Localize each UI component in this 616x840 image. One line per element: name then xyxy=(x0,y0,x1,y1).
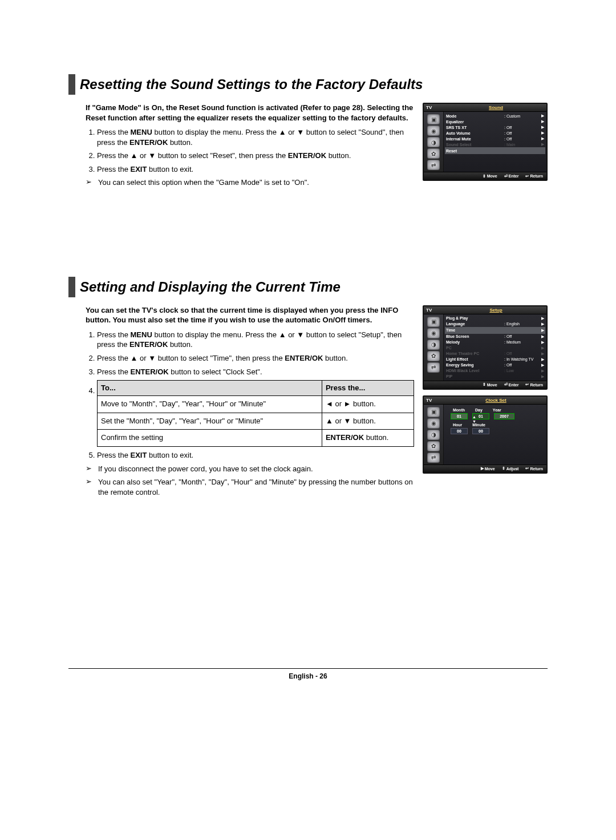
up-down-indicator: ▲▼ xyxy=(472,415,476,424)
heading-row: Resetting the Sound Settings to the Fact… xyxy=(68,74,548,95)
channel-icon: ◑ xyxy=(427,430,440,440)
osd-icon-column: ▣ ◉ ◑ ✿ ⇄ xyxy=(424,405,444,465)
step: Press the ENTER/OK button to select "Clo… xyxy=(97,367,414,377)
note-icon: ➢ xyxy=(86,477,98,486)
channel-icon: ◑ xyxy=(427,340,440,350)
note-icon: ➢ xyxy=(86,464,98,472)
page-footer: English - 26 xyxy=(68,668,548,680)
section-reset-sound: Resetting the Sound Settings to the Fact… xyxy=(68,74,548,191)
input-icon: ⇄ xyxy=(427,160,440,170)
osd-item-selected[interactable]: Reset xyxy=(445,147,545,154)
osd-title: Setup xyxy=(445,308,546,313)
setup-icon: ✿ xyxy=(427,148,440,159)
table-header: Press the... xyxy=(322,381,414,396)
osd-footer: ⇕ Move ⏎ Enter ↩ Return xyxy=(424,381,546,389)
section-title: Resetting the Sound Settings to the Fact… xyxy=(80,74,423,95)
osd-item-selected[interactable]: Time▶ xyxy=(445,327,545,334)
step4-table: To... Press the... Move to "Month", "Day… xyxy=(97,380,414,447)
osd-item[interactable]: Mode: Custom▶ xyxy=(446,113,544,119)
heading-bar xyxy=(68,74,75,95)
osd-item-disabled: PC▶ xyxy=(446,345,544,351)
setup-icon: ✿ xyxy=(427,441,440,451)
osd-tv-label: TV xyxy=(424,105,445,110)
picture-icon: ▣ xyxy=(427,114,440,124)
step: Press the EXIT button to exit. xyxy=(97,450,414,461)
sound-icon: ◉ xyxy=(427,126,440,136)
osd-item[interactable]: Energy Saving: Off▶ xyxy=(446,362,544,368)
hint-enter: ⏎ Enter xyxy=(504,382,519,387)
osd-item[interactable]: Language: English▶ xyxy=(446,321,544,327)
step: Press the EXIT button to exit. xyxy=(97,164,414,175)
section-set-time: Setting and Displaying the Current Time … xyxy=(68,277,548,501)
page: Resetting the Sound Settings to the Fact… xyxy=(0,0,616,840)
osd-sound-menu: TV Sound ▣ ◉ ◑ ✿ ⇄ Mode: Custom▶ Equaliz… xyxy=(423,103,548,181)
step: Press the MENU button to display the men… xyxy=(97,127,414,147)
value-hour[interactable]: 00 xyxy=(451,428,468,434)
hint-enter: ⏎ Enter xyxy=(504,174,519,179)
label-day: Day xyxy=(475,408,483,412)
picture-icon: ▣ xyxy=(427,407,440,417)
note: ➢ You can also set "Year", "Month", "Day… xyxy=(86,477,414,497)
step: Press the ▲ or ▼ button to select "Time"… xyxy=(97,353,414,364)
section1-intro: If "Game Mode" is On, the Reset Sound fu… xyxy=(86,103,414,123)
osd-item[interactable]: Equalizer▶ xyxy=(446,119,544,124)
hint-return: ↩ Return xyxy=(525,466,543,471)
note: ➢ You can select this option when the "G… xyxy=(86,177,414,188)
step: To... Press the... Move to "Month", "Day… xyxy=(97,380,414,447)
table-row: Set the "Month", "Day", "Year", "Hour" o… xyxy=(98,413,414,430)
setup-icon: ✿ xyxy=(427,351,440,361)
label-hour: Hour xyxy=(453,423,462,427)
osd-item[interactable]: Auto Volume: Off▶ xyxy=(446,130,544,136)
osd-item-disabled: Home Theatre PC: Off▶ xyxy=(446,351,544,357)
hint-return: ↩ Return xyxy=(525,174,543,179)
value-month[interactable]: 01 xyxy=(451,413,468,419)
hint-move: ▶ Move xyxy=(481,466,495,471)
osd-setup-menu: TV Setup ▣ ◉ ◑ ✿ ⇄ Plug & Play▶ xyxy=(423,305,548,390)
osd-item[interactable]: SRS TS XT: Off▶ xyxy=(446,124,544,130)
osd-tv-label: TV xyxy=(424,308,445,313)
osd-item[interactable]: Plug & Play▶ xyxy=(446,316,544,321)
osd-title: Clock Set xyxy=(445,398,546,403)
table-header: To... xyxy=(98,381,322,396)
heading-row: Setting and Displaying the Current Time xyxy=(68,277,548,297)
osd-item[interactable]: Internal Mute: Off▶ xyxy=(446,136,544,142)
osd-clock-set: TV Clock Set ▣ ◉ ◑ ✿ ⇄ Mon xyxy=(423,395,548,474)
value-year[interactable]: 2007 xyxy=(494,413,514,419)
step: Press the MENU button to display the men… xyxy=(97,330,414,350)
note-icon: ➢ xyxy=(86,177,98,186)
value-minute[interactable]: 00 xyxy=(472,428,489,434)
label-year: Year xyxy=(493,408,501,412)
table-row: Move to "Month", "Day", "Year", "Hour" o… xyxy=(98,395,414,413)
hint-move: ⇕ Move xyxy=(483,382,497,387)
osd-item[interactable]: Melody: Medium▶ xyxy=(446,340,544,345)
osd-footer: ⇕ Move ⏎ Enter ↩ Return xyxy=(424,172,546,180)
osd-item-list: Plug & Play▶ Language: English▶ Time▶ Bl… xyxy=(444,314,546,381)
section-title: Setting and Displaying the Current Time xyxy=(80,277,341,297)
sound-icon: ◉ xyxy=(427,328,440,338)
label-month: Month xyxy=(453,408,465,412)
osd-item[interactable]: Blue Screen: Off▶ xyxy=(446,334,544,340)
input-icon: ⇄ xyxy=(427,362,440,373)
section2-intro: You can set the TV's clock so that the c… xyxy=(86,305,414,325)
picture-icon: ▣ xyxy=(427,317,440,327)
osd-icon-column: ▣ ◉ ◑ ✿ ⇄ xyxy=(424,112,444,172)
osd-title: Sound xyxy=(445,105,546,110)
osd-item-disabled: PIP▶ xyxy=(446,374,544,379)
osd-item[interactable]: Light Effect: In Watching TV▶ xyxy=(446,357,544,362)
sound-icon: ◉ xyxy=(427,418,440,429)
hint-adjust: ⇕ Adjust xyxy=(502,466,519,471)
hint-move: ⇕ Move xyxy=(483,174,497,179)
channel-icon: ◑ xyxy=(427,137,440,147)
note: ➢ If you disconnect the power cord, you … xyxy=(86,464,414,474)
section1-steps: Press the MENU button to display the men… xyxy=(86,127,414,174)
section2-steps: Press the MENU button to display the men… xyxy=(86,330,414,461)
osd-item-disabled: HDMI Black Level: Low▶ xyxy=(446,368,544,374)
clock-set-area: Month Day Year ▲▼ 01 01 2007 H xyxy=(444,405,546,465)
hint-return: ↩ Return xyxy=(525,382,543,387)
step: Press the ▲ or ▼ button to select "Reset… xyxy=(97,151,414,161)
osd-icon-column: ▣ ◉ ◑ ✿ ⇄ xyxy=(424,314,444,381)
osd-item-list: Mode: Custom▶ Equalizer▶ SRS TS XT: Off▶… xyxy=(444,112,546,172)
osd-tv-label: TV xyxy=(424,398,445,403)
osd-footer: ▶ Move ⇕ Adjust ↩ Return xyxy=(424,465,546,472)
osd-item-disabled: Sound Select: Main▶ xyxy=(446,142,544,147)
